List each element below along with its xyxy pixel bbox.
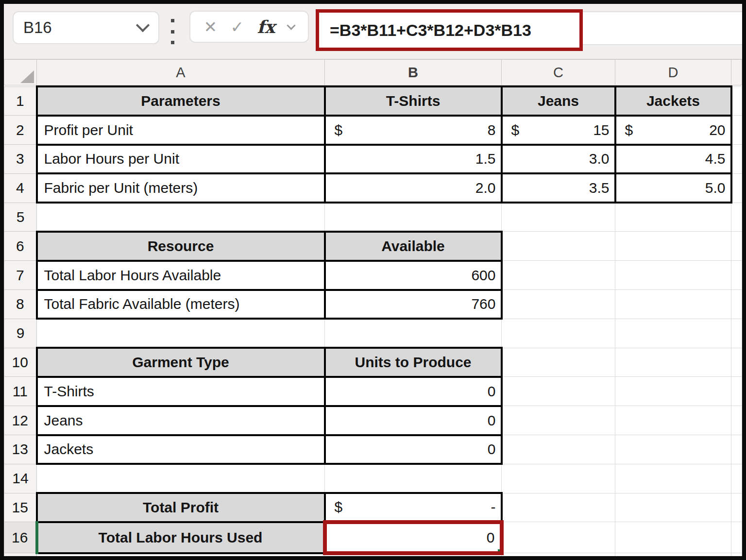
cell-B9[interactable] <box>325 319 502 348</box>
cell-C1[interactable]: Jeans <box>502 86 615 116</box>
cell-A15[interactable]: Total Profit <box>37 493 325 522</box>
row-header-16[interactable]: 16 <box>4 522 37 553</box>
row-header-15[interactable]: 15 <box>4 493 37 522</box>
cell-E16[interactable] <box>731 522 742 553</box>
cell-D10[interactable] <box>615 348 731 377</box>
cell-A7[interactable]: Total Labor Hours Available <box>37 261 325 290</box>
cell-D4[interactable]: 5.0 <box>615 173 731 203</box>
cell-C9[interactable] <box>502 319 615 348</box>
cell-D9[interactable] <box>615 319 731 348</box>
cell-A16[interactable]: Total Labor Hours Used <box>37 522 325 553</box>
cell-A12[interactable]: Jeans <box>37 406 325 435</box>
row-header-10[interactable]: 10 <box>4 348 37 377</box>
column-header-D[interactable]: D <box>615 60 731 85</box>
cell-E9[interactable] <box>731 319 742 348</box>
cell-C7[interactable] <box>502 261 615 290</box>
cell-A13[interactable]: Jackets <box>37 435 325 464</box>
cell-C13[interactable] <box>502 435 615 464</box>
cell-E5[interactable] <box>731 203 742 232</box>
cell-D16[interactable] <box>615 522 731 553</box>
cell-C16[interactable] <box>502 522 615 553</box>
fx-dropdown-icon[interactable] <box>287 21 296 30</box>
cell-D11[interactable] <box>615 377 731 406</box>
row-header-6[interactable]: 6 <box>4 232 37 261</box>
cell-C5[interactable] <box>502 203 615 232</box>
cell-C10[interactable] <box>502 348 615 377</box>
cell-C2[interactable]: $15 <box>502 116 615 145</box>
column-header-E-partial[interactable] <box>731 60 742 85</box>
cell-A9[interactable] <box>37 319 325 348</box>
cell-E7[interactable] <box>731 261 742 290</box>
cell-C4[interactable]: 3.5 <box>502 173 615 203</box>
cell-D6[interactable] <box>615 232 731 261</box>
cell-E2[interactable] <box>731 116 742 145</box>
row-header-14[interactable]: 14 <box>4 464 37 493</box>
cell-E8[interactable] <box>731 290 742 319</box>
cell-D14[interactable] <box>615 464 731 493</box>
cell-C14[interactable] <box>502 464 615 493</box>
cell-B3[interactable]: 1.5 <box>325 145 502 174</box>
row-header-9[interactable]: 9 <box>4 319 37 348</box>
cell-E4[interactable] <box>731 173 742 203</box>
cell-E15[interactable] <box>731 493 742 522</box>
cell-D5[interactable] <box>615 203 731 232</box>
cell-B8[interactable]: 760 <box>325 290 502 319</box>
row-header-4[interactable]: 4 <box>4 173 37 203</box>
cell-B7[interactable]: 600 <box>325 261 502 290</box>
cell-C8[interactable] <box>502 290 615 319</box>
cell-A14[interactable] <box>37 464 325 493</box>
cell-E13[interactable] <box>731 435 742 464</box>
column-header-C[interactable]: C <box>502 60 615 85</box>
cell-B6[interactable]: Available <box>325 232 502 261</box>
cell-E12[interactable] <box>731 406 742 435</box>
cell-D8[interactable] <box>615 290 731 319</box>
cell-B11[interactable]: 0 <box>325 377 502 406</box>
name-box[interactable]: B16 <box>13 11 159 44</box>
cell-E1[interactable] <box>731 86 742 116</box>
cell-B15[interactable]: $- <box>325 493 502 522</box>
cell-E10[interactable] <box>731 348 742 377</box>
row-header-5[interactable]: 5 <box>4 203 37 232</box>
cell-B2[interactable]: $8 <box>325 116 502 145</box>
row-header-13[interactable]: 13 <box>4 435 37 464</box>
cell-A2[interactable]: Profit per Unit <box>37 116 325 145</box>
cell-D12[interactable] <box>615 406 731 435</box>
cell-C11[interactable] <box>502 377 615 406</box>
row-header-1[interactable]: 1 <box>4 86 37 116</box>
row-header-11[interactable]: 11 <box>4 377 37 406</box>
column-header-B[interactable]: B <box>325 60 502 85</box>
formula-bar-input[interactable]: =B3*B11+C3*B12+D3*B13 <box>330 21 531 40</box>
cell-D3[interactable]: 4.5 <box>615 145 731 174</box>
cell-E3[interactable] <box>731 145 742 174</box>
insert-function-icon[interactable]: fx <box>257 18 275 35</box>
cell-B5[interactable] <box>325 203 502 232</box>
cell-C6[interactable] <box>502 232 615 261</box>
name-box-dropdown-icon[interactable] <box>136 18 150 32</box>
cell-A3[interactable]: Labor Hours per Unit <box>37 145 325 174</box>
cell-A8[interactable]: Total Fabric Available (meters) <box>37 290 325 319</box>
cell-A6[interactable]: Resource <box>37 232 325 261</box>
cell-B4[interactable]: 2.0 <box>325 173 502 203</box>
enter-icon[interactable]: ✓ <box>230 19 244 35</box>
cancel-icon[interactable]: ✕ <box>204 19 218 35</box>
cell-B14[interactable] <box>325 464 502 493</box>
select-all-button[interactable] <box>4 60 37 85</box>
column-header-A[interactable]: A <box>37 60 325 85</box>
cell-D7[interactable] <box>615 261 731 290</box>
cell-A10[interactable]: Garment Type <box>37 348 325 377</box>
cell-B10[interactable]: Units to Produce <box>325 348 502 377</box>
row-header-2[interactable]: 2 <box>4 116 37 145</box>
cell-A11[interactable]: T-Shirts <box>37 377 325 406</box>
row-header-8[interactable]: 8 <box>4 290 37 319</box>
cell-D13[interactable] <box>615 435 731 464</box>
cell-E6[interactable] <box>731 232 742 261</box>
cell-C3[interactable]: 3.0 <box>502 145 615 174</box>
cell-D1[interactable]: Jackets <box>615 86 731 116</box>
row-header-3[interactable]: 3 <box>4 145 37 174</box>
row-header-7[interactable]: 7 <box>4 261 37 290</box>
cell-C15[interactable] <box>502 493 615 522</box>
cell-B1[interactable]: T-Shirts <box>325 86 502 116</box>
cell-B12[interactable]: 0 <box>325 406 502 435</box>
cell-C12[interactable] <box>502 406 615 435</box>
fill-handle[interactable] <box>497 548 502 553</box>
